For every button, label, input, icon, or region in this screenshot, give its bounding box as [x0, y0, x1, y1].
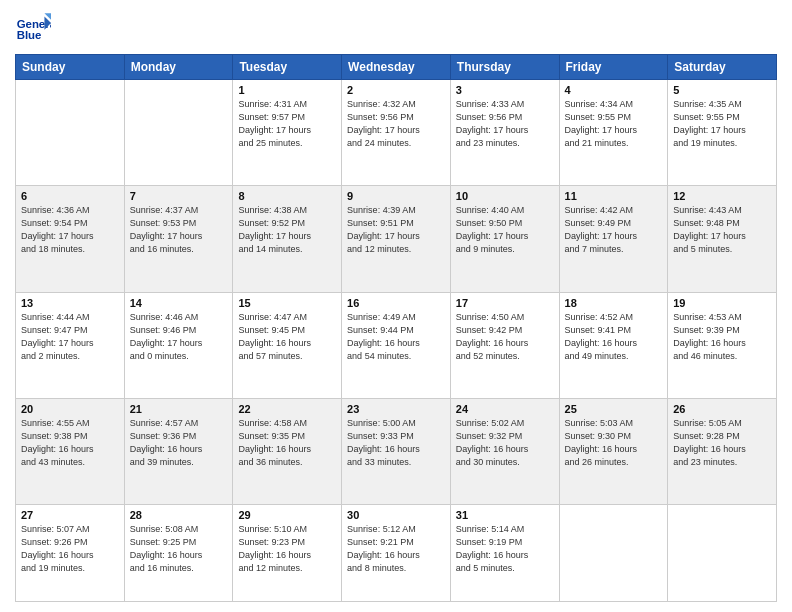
day-detail: Sunrise: 4:38 AM Sunset: 9:52 PM Dayligh… — [238, 204, 336, 256]
day-number: 4 — [565, 84, 663, 96]
calendar-cell: 9Sunrise: 4:39 AM Sunset: 9:51 PM Daylig… — [342, 186, 451, 292]
calendar-cell: 25Sunrise: 5:03 AM Sunset: 9:30 PM Dayli… — [559, 398, 668, 504]
calendar-cell: 15Sunrise: 4:47 AM Sunset: 9:45 PM Dayli… — [233, 292, 342, 398]
day-detail: Sunrise: 5:10 AM Sunset: 9:23 PM Dayligh… — [238, 523, 336, 575]
logo: General Blue — [15, 10, 51, 46]
day-number: 1 — [238, 84, 336, 96]
calendar-cell: 7Sunrise: 4:37 AM Sunset: 9:53 PM Daylig… — [124, 186, 233, 292]
day-number: 2 — [347, 84, 445, 96]
calendar-week-5: 27Sunrise: 5:07 AM Sunset: 9:26 PM Dayli… — [16, 505, 777, 602]
day-detail: Sunrise: 5:14 AM Sunset: 9:19 PM Dayligh… — [456, 523, 554, 575]
day-number: 15 — [238, 297, 336, 309]
page: General Blue SundayMondayTuesdayWednesda… — [0, 0, 792, 612]
day-number: 27 — [21, 509, 119, 521]
day-detail: Sunrise: 4:43 AM Sunset: 9:48 PM Dayligh… — [673, 204, 771, 256]
day-number: 14 — [130, 297, 228, 309]
day-number: 18 — [565, 297, 663, 309]
day-number: 30 — [347, 509, 445, 521]
day-number: 7 — [130, 190, 228, 202]
day-detail: Sunrise: 4:34 AM Sunset: 9:55 PM Dayligh… — [565, 98, 663, 150]
calendar-cell: 17Sunrise: 4:50 AM Sunset: 9:42 PM Dayli… — [450, 292, 559, 398]
day-detail: Sunrise: 4:42 AM Sunset: 9:49 PM Dayligh… — [565, 204, 663, 256]
calendar-cell: 26Sunrise: 5:05 AM Sunset: 9:28 PM Dayli… — [668, 398, 777, 504]
day-detail: Sunrise: 4:53 AM Sunset: 9:39 PM Dayligh… — [673, 311, 771, 363]
header: General Blue — [15, 10, 777, 46]
calendar-cell: 13Sunrise: 4:44 AM Sunset: 9:47 PM Dayli… — [16, 292, 125, 398]
calendar-cell: 24Sunrise: 5:02 AM Sunset: 9:32 PM Dayli… — [450, 398, 559, 504]
calendar-cell: 18Sunrise: 4:52 AM Sunset: 9:41 PM Dayli… — [559, 292, 668, 398]
calendar-cell: 31Sunrise: 5:14 AM Sunset: 9:19 PM Dayli… — [450, 505, 559, 602]
day-detail: Sunrise: 5:07 AM Sunset: 9:26 PM Dayligh… — [21, 523, 119, 575]
day-detail: Sunrise: 5:02 AM Sunset: 9:32 PM Dayligh… — [456, 417, 554, 469]
svg-text:Blue: Blue — [17, 29, 42, 41]
day-detail: Sunrise: 4:35 AM Sunset: 9:55 PM Dayligh… — [673, 98, 771, 150]
day-detail: Sunrise: 4:49 AM Sunset: 9:44 PM Dayligh… — [347, 311, 445, 363]
day-detail: Sunrise: 5:00 AM Sunset: 9:33 PM Dayligh… — [347, 417, 445, 469]
day-detail: Sunrise: 4:39 AM Sunset: 9:51 PM Dayligh… — [347, 204, 445, 256]
weekday-header-saturday: Saturday — [668, 55, 777, 80]
day-number: 22 — [238, 403, 336, 415]
calendar-cell: 6Sunrise: 4:36 AM Sunset: 9:54 PM Daylig… — [16, 186, 125, 292]
day-number: 9 — [347, 190, 445, 202]
weekday-header-thursday: Thursday — [450, 55, 559, 80]
calendar-week-2: 6Sunrise: 4:36 AM Sunset: 9:54 PM Daylig… — [16, 186, 777, 292]
day-number: 29 — [238, 509, 336, 521]
day-number: 13 — [21, 297, 119, 309]
weekday-header-friday: Friday — [559, 55, 668, 80]
weekday-header-monday: Monday — [124, 55, 233, 80]
day-detail: Sunrise: 4:44 AM Sunset: 9:47 PM Dayligh… — [21, 311, 119, 363]
day-detail: Sunrise: 5:05 AM Sunset: 9:28 PM Dayligh… — [673, 417, 771, 469]
calendar-cell: 28Sunrise: 5:08 AM Sunset: 9:25 PM Dayli… — [124, 505, 233, 602]
day-number: 10 — [456, 190, 554, 202]
calendar-cell: 22Sunrise: 4:58 AM Sunset: 9:35 PM Dayli… — [233, 398, 342, 504]
day-number: 26 — [673, 403, 771, 415]
calendar-cell — [16, 80, 125, 186]
calendar-cell — [559, 505, 668, 602]
day-number: 19 — [673, 297, 771, 309]
day-number: 25 — [565, 403, 663, 415]
calendar-cell: 29Sunrise: 5:10 AM Sunset: 9:23 PM Dayli… — [233, 505, 342, 602]
day-detail: Sunrise: 5:12 AM Sunset: 9:21 PM Dayligh… — [347, 523, 445, 575]
day-number: 8 — [238, 190, 336, 202]
calendar-cell: 19Sunrise: 4:53 AM Sunset: 9:39 PM Dayli… — [668, 292, 777, 398]
day-detail: Sunrise: 4:33 AM Sunset: 9:56 PM Dayligh… — [456, 98, 554, 150]
day-detail: Sunrise: 5:03 AM Sunset: 9:30 PM Dayligh… — [565, 417, 663, 469]
calendar-cell: 10Sunrise: 4:40 AM Sunset: 9:50 PM Dayli… — [450, 186, 559, 292]
calendar-cell: 27Sunrise: 5:07 AM Sunset: 9:26 PM Dayli… — [16, 505, 125, 602]
calendar-cell: 2Sunrise: 4:32 AM Sunset: 9:56 PM Daylig… — [342, 80, 451, 186]
calendar-cell: 3Sunrise: 4:33 AM Sunset: 9:56 PM Daylig… — [450, 80, 559, 186]
day-detail: Sunrise: 4:50 AM Sunset: 9:42 PM Dayligh… — [456, 311, 554, 363]
weekday-header-row: SundayMondayTuesdayWednesdayThursdayFrid… — [16, 55, 777, 80]
day-detail: Sunrise: 4:37 AM Sunset: 9:53 PM Dayligh… — [130, 204, 228, 256]
day-detail: Sunrise: 4:40 AM Sunset: 9:50 PM Dayligh… — [456, 204, 554, 256]
calendar-week-4: 20Sunrise: 4:55 AM Sunset: 9:38 PM Dayli… — [16, 398, 777, 504]
calendar-week-3: 13Sunrise: 4:44 AM Sunset: 9:47 PM Dayli… — [16, 292, 777, 398]
calendar-cell: 12Sunrise: 4:43 AM Sunset: 9:48 PM Dayli… — [668, 186, 777, 292]
calendar-cell: 21Sunrise: 4:57 AM Sunset: 9:36 PM Dayli… — [124, 398, 233, 504]
day-detail: Sunrise: 4:47 AM Sunset: 9:45 PM Dayligh… — [238, 311, 336, 363]
calendar-cell: 14Sunrise: 4:46 AM Sunset: 9:46 PM Dayli… — [124, 292, 233, 398]
weekday-header-sunday: Sunday — [16, 55, 125, 80]
day-detail: Sunrise: 4:31 AM Sunset: 9:57 PM Dayligh… — [238, 98, 336, 150]
weekday-header-tuesday: Tuesday — [233, 55, 342, 80]
calendar-cell: 8Sunrise: 4:38 AM Sunset: 9:52 PM Daylig… — [233, 186, 342, 292]
day-detail: Sunrise: 4:55 AM Sunset: 9:38 PM Dayligh… — [21, 417, 119, 469]
day-detail: Sunrise: 4:32 AM Sunset: 9:56 PM Dayligh… — [347, 98, 445, 150]
day-detail: Sunrise: 4:58 AM Sunset: 9:35 PM Dayligh… — [238, 417, 336, 469]
logo-icon: General Blue — [15, 10, 51, 46]
day-number: 21 — [130, 403, 228, 415]
calendar-table: SundayMondayTuesdayWednesdayThursdayFrid… — [15, 54, 777, 602]
day-detail: Sunrise: 4:46 AM Sunset: 9:46 PM Dayligh… — [130, 311, 228, 363]
day-number: 3 — [456, 84, 554, 96]
day-number: 24 — [456, 403, 554, 415]
weekday-header-wednesday: Wednesday — [342, 55, 451, 80]
calendar-cell: 20Sunrise: 4:55 AM Sunset: 9:38 PM Dayli… — [16, 398, 125, 504]
day-detail: Sunrise: 4:36 AM Sunset: 9:54 PM Dayligh… — [21, 204, 119, 256]
day-number: 23 — [347, 403, 445, 415]
calendar-cell: 23Sunrise: 5:00 AM Sunset: 9:33 PM Dayli… — [342, 398, 451, 504]
calendar-cell: 4Sunrise: 4:34 AM Sunset: 9:55 PM Daylig… — [559, 80, 668, 186]
day-number: 17 — [456, 297, 554, 309]
day-detail: Sunrise: 4:57 AM Sunset: 9:36 PM Dayligh… — [130, 417, 228, 469]
calendar-cell — [668, 505, 777, 602]
day-number: 28 — [130, 509, 228, 521]
